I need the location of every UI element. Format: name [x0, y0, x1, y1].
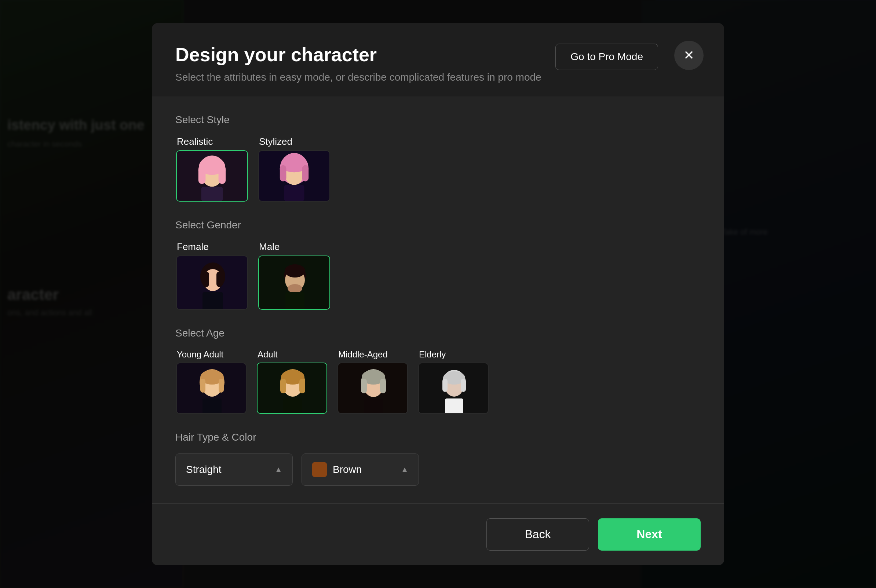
- svg-rect-18: [216, 272, 222, 287]
- svg-rect-43: [364, 399, 383, 414]
- style-option-realistic[interactable]: Realistic: [175, 136, 249, 202]
- design-character-dialog: Design your character Select the attribu…: [152, 23, 724, 565]
- middle-aged-card[interactable]: [338, 363, 408, 414]
- gender-options: Female: [175, 241, 701, 310]
- adult-card[interactable]: [257, 363, 327, 414]
- hair-type-dropdown[interactable]: Straight ▲: [175, 453, 293, 486]
- back-button[interactable]: Back: [487, 518, 589, 550]
- svg-rect-6: [219, 166, 226, 184]
- svg-point-23: [288, 284, 302, 293]
- style-option-stylized[interactable]: Stylized: [257, 136, 331, 202]
- svg-rect-53: [461, 379, 466, 392]
- svg-rect-17: [203, 272, 209, 287]
- male-card[interactable]: [258, 255, 330, 310]
- age-options: Young Adult: [175, 350, 701, 414]
- middle-aged-label: Middle-Aged: [337, 350, 388, 360]
- close-icon: ✕: [684, 48, 694, 63]
- stylized-label: Stylized: [257, 136, 292, 147]
- female-card[interactable]: [176, 255, 248, 310]
- young-adult-card[interactable]: [176, 363, 246, 414]
- age-section: Select Age Young Adult: [175, 310, 701, 414]
- dialog-footer: Back Next: [152, 503, 724, 565]
- adult-label: Adult: [256, 350, 278, 360]
- close-button[interactable]: ✕: [674, 41, 703, 70]
- hair-color-value: Brown: [333, 464, 395, 476]
- hair-type-value: Straight: [186, 464, 269, 476]
- age-option-adult[interactable]: Adult: [256, 350, 328, 414]
- svg-rect-10: [284, 185, 305, 201]
- elderly-card[interactable]: [418, 363, 488, 414]
- svg-rect-52: [442, 379, 448, 392]
- hair-dropdowns: Straight ▲ Brown ▲: [175, 453, 701, 486]
- svg-rect-31: [200, 379, 206, 393]
- gender-option-female[interactable]: Female: [175, 241, 249, 310]
- hair-color-swatch: [312, 462, 327, 477]
- hair-type-arrow-icon: ▲: [275, 465, 282, 474]
- age-section-label: Select Age: [175, 327, 701, 339]
- hair-section: Hair Type & Color Straight ▲ Brown ▲: [175, 414, 701, 486]
- svg-rect-29: [203, 399, 222, 414]
- svg-rect-38: [280, 379, 286, 393]
- svg-rect-50: [445, 399, 463, 414]
- age-option-middle-aged[interactable]: Middle-Aged: [337, 350, 409, 414]
- hair-color-dropdown[interactable]: Brown ▲: [302, 453, 419, 486]
- svg-rect-39: [299, 379, 305, 393]
- next-button[interactable]: Next: [598, 518, 701, 550]
- stylized-card[interactable]: [258, 150, 330, 202]
- age-option-elderly[interactable]: Elderly: [418, 350, 489, 414]
- style-section-label: Select Style: [175, 114, 701, 126]
- hair-section-label: Hair Type & Color: [175, 432, 701, 443]
- female-label: Female: [175, 241, 209, 253]
- svg-rect-32: [219, 379, 224, 393]
- realistic-card[interactable]: [176, 150, 248, 202]
- male-label: Male: [257, 241, 279, 253]
- svg-point-24: [285, 264, 305, 278]
- svg-rect-5: [198, 166, 206, 184]
- style-options: Realistic: [175, 136, 701, 202]
- svg-rect-45: [361, 379, 367, 393]
- svg-rect-12: [280, 165, 287, 181]
- pro-mode-button[interactable]: Go to Pro Mode: [555, 44, 658, 70]
- gender-section-label: Select Gender: [175, 219, 701, 231]
- svg-rect-36: [283, 399, 302, 414]
- svg-rect-19: [203, 292, 223, 310]
- gender-section: Select Gender Female: [175, 202, 701, 310]
- elderly-label: Elderly: [418, 350, 446, 360]
- svg-rect-46: [380, 379, 386, 393]
- svg-rect-13: [302, 165, 309, 181]
- svg-rect-3: [201, 187, 223, 201]
- young-adult-label: Young Adult: [175, 350, 223, 360]
- realistic-label: Realistic: [175, 136, 213, 147]
- hair-color-arrow-icon: ▲: [401, 465, 408, 474]
- gender-option-male[interactable]: Male: [257, 241, 331, 310]
- age-option-young-adult[interactable]: Young Adult: [175, 350, 247, 414]
- svg-rect-25: [285, 292, 305, 310]
- style-section: Select Style Realistic: [175, 96, 701, 202]
- dialog-subtitle: Select the attributes in easy mode, or d…: [175, 72, 701, 83]
